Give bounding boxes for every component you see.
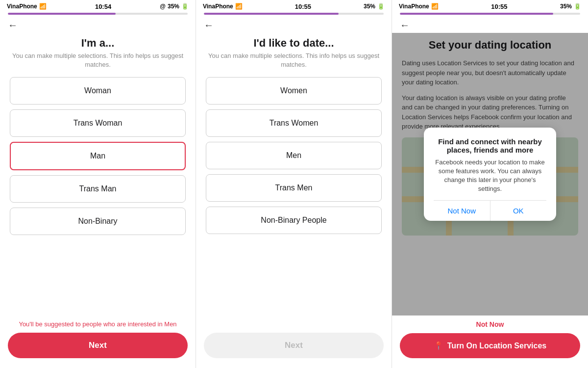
panel-location: VinaPhone 📶 10:55 35% 🔋 ← Set your datin…: [392, 0, 588, 368]
option-non-binary[interactable]: Non-Binary: [10, 208, 186, 235]
wifi-icon-2: 📶: [235, 3, 243, 10]
location-btn-icon: 📍: [434, 341, 443, 350]
time-2: 10:55: [295, 3, 311, 10]
panel-date: VinaPhone 📶 10:55 35% 🔋 ← I'd like to da…: [196, 0, 392, 368]
header-1: ←: [0, 15, 196, 33]
battery-icon-3: 🔋: [574, 3, 581, 10]
time-3: 10:55: [491, 3, 507, 10]
panel-im-a: VinaPhone 📶 10:54 @ 35% 🔋 ← I'm a... You…: [0, 0, 196, 368]
dialog-title: Find and connect with nearby places, fri…: [434, 137, 546, 154]
battery-icon-2: 🔋: [377, 3, 385, 10]
turn-on-location-button[interactable]: 📍 Turn On Location Services: [400, 333, 580, 358]
wifi-icon-1: 📶: [39, 3, 47, 10]
option-woman[interactable]: Woman: [10, 77, 186, 105]
panel-title-1: I'm a...: [0, 33, 196, 52]
option-men[interactable]: Men: [206, 142, 382, 169]
footer-1: You'll be suggested to people who are in…: [0, 315, 196, 368]
location-btn-label: Turn On Location Services: [447, 342, 546, 350]
footer-2: Next: [196, 328, 392, 368]
header-3: ←: [392, 15, 588, 33]
panel-subtitle-1: You can make multiple selections. This i…: [0, 52, 196, 75]
panel-title-2: I'd like to date...: [196, 33, 392, 52]
dialog-ok-button[interactable]: OK: [490, 201, 547, 221]
footer-text-1: You'll be suggested to people who are in…: [8, 320, 188, 328]
wifi-icon-3: 📶: [431, 3, 439, 10]
option-trans-woman[interactable]: Trans Woman: [10, 109, 186, 137]
permission-dialog: Find and connect with nearby places, fri…: [424, 128, 556, 221]
battery-3: 35%: [560, 3, 572, 10]
dialog-overlay: Find and connect with nearby places, fri…: [392, 33, 588, 315]
not-now-text[interactable]: Not Now: [400, 320, 580, 328]
location-body: Set your dating location Dating uses Loc…: [392, 33, 588, 315]
dialog-buttons: Not Now OK: [434, 200, 546, 221]
option-trans-women[interactable]: Trans Women: [206, 109, 382, 137]
carrier-1: VinaPhone: [7, 3, 37, 10]
battery-1: 35%: [168, 3, 179, 10]
next-button-1[interactable]: Next: [8, 333, 188, 358]
back-button-3[interactable]: ←: [400, 20, 410, 31]
location-footer: Not Now 📍 Turn On Location Services: [392, 315, 588, 368]
battery-icon-1: 🔋: [181, 3, 189, 10]
options-list-1: Woman Trans Woman Man Trans Man Non-Bina…: [0, 75, 196, 315]
option-trans-men[interactable]: Trans Men: [206, 174, 382, 202]
options-list-2: Women Trans Women Men Trans Men Non-Bina…: [196, 75, 392, 328]
battery-2: 35%: [364, 3, 375, 10]
carrier-3: VinaPhone: [399, 3, 429, 10]
option-trans-man[interactable]: Trans Man: [10, 175, 186, 203]
status-bar-2: VinaPhone 📶 10:55 35% 🔋: [196, 0, 392, 13]
option-non-binary-people[interactable]: Non-Binary People: [206, 207, 382, 234]
next-button-2: Next: [204, 333, 384, 358]
time-1: 10:54: [95, 3, 111, 10]
option-women[interactable]: Women: [206, 77, 382, 105]
dialog-message: Facebook needs your location to make som…: [434, 158, 546, 194]
header-2: ←: [196, 15, 392, 33]
panel-subtitle-2: You can make multiple selections. This i…: [196, 52, 392, 75]
dialog-not-now-button[interactable]: Not Now: [434, 201, 490, 221]
location-icon-1: @: [160, 3, 166, 10]
carrier-2: VinaPhone: [203, 3, 233, 10]
status-bar-3: VinaPhone 📶 10:55 35% 🔋: [392, 0, 588, 13]
status-bar-1: VinaPhone 📶 10:54 @ 35% 🔋: [0, 0, 196, 13]
back-button-2[interactable]: ←: [204, 20, 214, 31]
back-button-1[interactable]: ←: [8, 20, 18, 31]
option-man[interactable]: Man: [10, 142, 186, 170]
